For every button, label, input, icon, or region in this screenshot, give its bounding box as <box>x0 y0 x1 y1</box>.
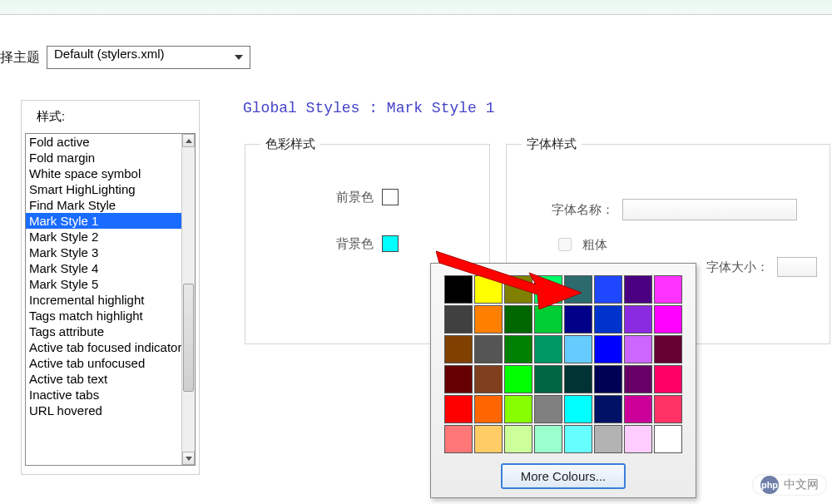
foreground-row: 前景色 <box>260 189 474 205</box>
color-swatch[interactable] <box>534 425 562 453</box>
color-swatch[interactable] <box>624 425 652 453</box>
color-swatch[interactable] <box>654 365 682 393</box>
list-item[interactable]: Mark Style 5 <box>26 276 181 292</box>
list-item[interactable]: Incremental highlight <box>26 292 181 308</box>
list-item[interactable]: Fold active <box>26 134 181 150</box>
listbox-scrollbar[interactable] <box>181 134 195 465</box>
color-swatch[interactable] <box>444 425 473 453</box>
font-style-legend: 字体样式 <box>522 136 582 152</box>
list-item[interactable]: URL hovered <box>26 403 181 418</box>
color-swatch[interactable] <box>594 425 622 453</box>
color-swatch[interactable] <box>474 395 503 423</box>
color-swatch[interactable] <box>444 365 473 393</box>
font-size-label: 字体大小： <box>706 259 769 275</box>
color-swatch[interactable] <box>564 335 592 363</box>
color-swatch[interactable] <box>624 335 652 363</box>
font-name-row: 字体名称： <box>552 199 797 220</box>
list-item[interactable]: Smart HighLighting <box>26 181 181 197</box>
more-colours-button[interactable]: More Colours... <box>501 463 626 489</box>
color-swatch[interactable] <box>654 305 682 334</box>
bold-row: 粗体 <box>555 235 607 254</box>
color-swatch[interactable] <box>534 335 562 363</box>
color-swatch[interactable] <box>624 305 652 334</box>
chevron-up-icon <box>186 139 192 143</box>
watermark-text: 中文网 <box>784 477 819 492</box>
list-item[interactable]: Active tab text <box>26 371 181 387</box>
list-item[interactable]: Mark Style 4 <box>26 260 181 276</box>
color-swatch[interactable] <box>654 275 682 304</box>
list-item[interactable]: Active tab focused indicator <box>26 339 181 355</box>
background-row: 背景色 <box>260 235 474 252</box>
foreground-swatch[interactable] <box>382 189 399 205</box>
list-item[interactable]: Find Mark Style <box>26 197 181 213</box>
background-swatch[interactable] <box>382 235 399 252</box>
styles-group: 样式: Fold activeFold marginWhite space sy… <box>21 100 200 475</box>
color-swatch[interactable] <box>624 365 652 393</box>
list-item[interactable]: White space symbol <box>26 166 181 181</box>
bold-label: 粗体 <box>582 237 607 253</box>
color-swatch[interactable] <box>594 305 622 334</box>
scroll-up-button[interactable] <box>182 134 195 147</box>
color-swatch[interactable] <box>594 335 622 363</box>
color-swatch[interactable] <box>504 305 532 334</box>
color-swatch[interactable] <box>624 275 652 304</box>
font-name-combobox[interactable] <box>622 199 797 220</box>
color-swatch[interactable] <box>654 425 682 453</box>
color-swatch[interactable] <box>594 395 622 423</box>
color-swatch[interactable] <box>474 335 503 363</box>
color-swatch[interactable] <box>504 425 532 453</box>
color-swatch[interactable] <box>504 395 532 423</box>
color-swatch[interactable] <box>654 335 682 363</box>
bold-checkbox[interactable] <box>558 238 572 251</box>
font-size-combobox[interactable] <box>777 257 817 277</box>
color-swatch[interactable] <box>444 335 473 363</box>
color-swatch[interactable] <box>444 305 473 334</box>
watermark-logo-icon: php <box>760 476 779 494</box>
color-swatch[interactable] <box>504 275 532 304</box>
color-swatch[interactable] <box>564 365 592 393</box>
window-titlebar-edge <box>0 0 832 15</box>
color-swatch[interactable] <box>474 425 503 453</box>
color-swatch[interactable] <box>474 305 503 334</box>
color-swatch[interactable] <box>444 395 473 423</box>
watermark: php 中文网 <box>752 474 827 496</box>
scroll-thumb[interactable] <box>183 284 194 392</box>
color-swatch[interactable] <box>594 275 622 304</box>
font-name-label: 字体名称： <box>552 202 614 218</box>
style-detail-panel: Global Styles : Mark Style 1 色彩样式 前景色 背景… <box>226 83 832 138</box>
color-swatch[interactable] <box>564 425 592 453</box>
list-item[interactable]: Tags attribute <box>26 324 181 339</box>
color-swatch[interactable] <box>624 395 652 423</box>
color-swatch[interactable] <box>444 275 473 304</box>
color-picker-popup: More Colours... <box>430 263 696 498</box>
list-item[interactable]: Fold margin <box>26 150 181 166</box>
styles-listbox[interactable]: Fold activeFold marginWhite space symbol… <box>25 133 196 466</box>
color-swatch[interactable] <box>564 395 592 423</box>
detail-header: Global Styles : Mark Style 1 <box>243 100 832 116</box>
list-item[interactable]: Mark Style 1 <box>26 213 181 229</box>
color-swatch[interactable] <box>594 365 622 393</box>
foreground-label: 前景色 <box>336 190 374 205</box>
color-swatch[interactable] <box>564 305 592 334</box>
color-swatch[interactable] <box>654 395 682 423</box>
color-swatch[interactable] <box>534 275 562 304</box>
theme-combobox-value: Default (stylers.xml) <box>54 47 165 61</box>
list-item[interactable]: Mark Style 3 <box>26 245 181 260</box>
list-item[interactable]: Inactive tabs <box>26 387 181 403</box>
list-item[interactable]: Mark Style 2 <box>26 229 181 245</box>
scroll-down-button[interactable] <box>182 452 195 465</box>
styles-group-label: 样式: <box>37 109 196 125</box>
theme-combobox[interactable]: Default (stylers.xml) <box>47 46 250 69</box>
list-item[interactable]: Tags match highlight <box>26 308 181 324</box>
color-swatch[interactable] <box>564 275 592 304</box>
color-swatch[interactable] <box>534 305 562 334</box>
color-swatch[interactable] <box>504 335 532 363</box>
color-style-legend: 色彩样式 <box>260 136 320 152</box>
font-size-row: 字体大小： <box>706 257 817 277</box>
color-swatch[interactable] <box>534 365 562 393</box>
color-swatch[interactable] <box>474 275 503 304</box>
color-swatch[interactable] <box>504 365 532 393</box>
color-swatch[interactable] <box>534 395 562 423</box>
list-item[interactable]: Active tab unfocused <box>26 355 181 371</box>
color-swatch[interactable] <box>474 365 503 393</box>
